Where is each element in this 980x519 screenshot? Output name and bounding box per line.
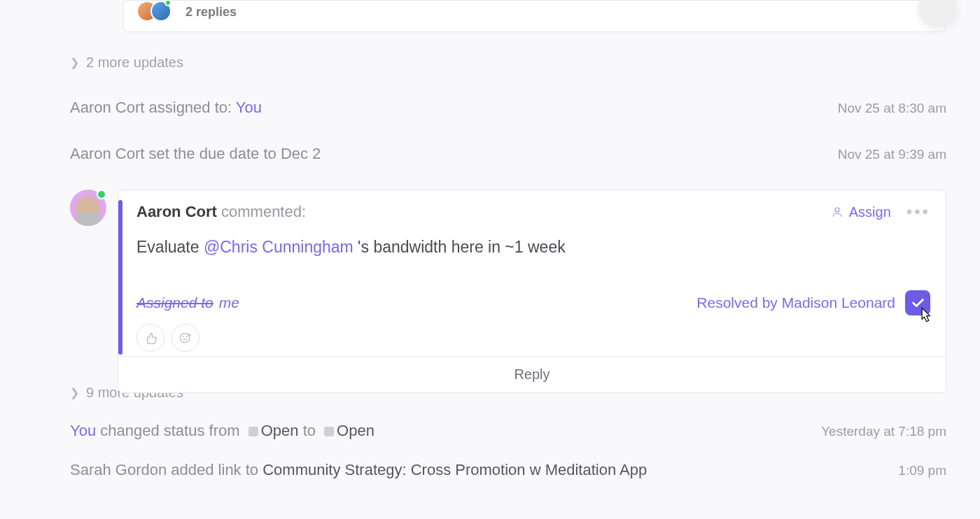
svg-point-0 — [835, 208, 839, 212]
add-reaction-button[interactable] — [172, 324, 200, 352]
status-to: Open — [337, 422, 374, 439]
activity-item-link-added: Sarah Gordon added link to Community Str… — [70, 461, 946, 479]
comment-header-suffix: commented: — [217, 203, 306, 220]
status-square-icon — [248, 427, 258, 436]
comment-block: Aaron Cort commented: Assign ••• Evaluat… — [70, 190, 946, 393]
activity-timestamp: Yesterday at 7:18 pm — [821, 424, 946, 439]
resolved-indicator: Resolved by Madison Leonard — [696, 290, 930, 315]
reply-button[interactable]: Reply — [118, 356, 946, 392]
user-mention[interactable]: @Chris Cunningham — [204, 238, 354, 256]
activity-actor: Aaron Cort — [70, 145, 144, 162]
person-icon — [831, 206, 844, 218]
thread-avatars — [136, 1, 176, 23]
replies-thread-stub[interactable]: 2 replies — [123, 0, 945, 32]
activity-verb: set the due date to — [144, 145, 280, 162]
activity-timestamp: Nov 25 at 8:30 am — [838, 101, 946, 116]
activity-text: Aaron Cort set the due date to Dec 2 — [70, 145, 321, 163]
expand-updates-button[interactable]: ❯ 2 more updates — [70, 55, 946, 71]
presence-dot-icon — [164, 0, 172, 6]
activity-target[interactable]: You — [236, 99, 262, 116]
reaction-row — [136, 324, 930, 356]
activity-item-assigned: Aaron Cort assigned to: You Nov 25 at 8:… — [70, 99, 946, 117]
comment-meta-row: Assigned to me Resolved by Madison Leona… — [136, 290, 930, 315]
status-from: Open — [261, 422, 299, 439]
reply-button-label: Reply — [514, 367, 550, 382]
comment-body-pre: Evaluate — [136, 238, 204, 256]
svg-point-3 — [186, 336, 187, 337]
thumbs-up-icon — [144, 331, 158, 345]
activity-item-due-date: Aaron Cort set the due date to Dec 2 Nov… — [70, 145, 946, 163]
comment-author-avatar[interactable] — [70, 190, 108, 226]
chevron-right-icon: ❯ — [70, 386, 79, 399]
status-square-icon — [324, 427, 334, 436]
activity-verb: added link to — [167, 461, 262, 478]
activity-value: Dec 2 — [281, 145, 321, 162]
expand-updates-label: 2 more updates — [86, 55, 183, 71]
chevron-right-icon: ❯ — [70, 56, 79, 69]
replies-count-label: 2 replies — [186, 5, 237, 20]
resolve-checkbox[interactable] — [905, 290, 930, 315]
like-button[interactable] — [136, 324, 164, 352]
presence-dot-icon — [97, 190, 106, 199]
activity-timestamp: Nov 25 at 9:39 am — [838, 147, 946, 162]
comment-author[interactable]: Aaron Cort — [136, 203, 217, 220]
activity-link-title[interactable]: Community Strategy: Cross Promotion w Me… — [262, 461, 647, 478]
cursor-pointer-icon — [916, 306, 934, 324]
more-options-button[interactable]: ••• — [906, 208, 930, 215]
smile-plus-icon — [178, 331, 192, 345]
activity-mid: to — [299, 422, 321, 439]
comment-header: Aaron Cort commented: Assign ••• — [136, 203, 930, 221]
comment-accent-bar — [118, 200, 122, 355]
activity-item-status-change: You changed status from Open to Open Yes… — [70, 422, 946, 440]
assign-button-label: Assign — [849, 204, 891, 220]
activity-text: You changed status from Open to Open — [70, 422, 374, 440]
activity-feed: 2 replies ❯ 2 more updates Aaron Cort as… — [0, 0, 980, 479]
assigned-to-indicator[interactable]: Assigned to me — [136, 294, 239, 311]
assign-button[interactable]: Assign — [831, 204, 891, 220]
activity-verb: changed status from — [96, 422, 244, 439]
svg-point-2 — [183, 336, 183, 337]
activity-timestamp: 1:09 pm — [898, 463, 946, 478]
activity-verb: assigned to: — [144, 99, 235, 116]
activity-actor: Sarah Gordon — [70, 461, 167, 478]
activity-actor: Aaron Cort — [70, 99, 144, 116]
activity-actor[interactable]: You — [70, 422, 96, 439]
svg-point-1 — [181, 333, 190, 342]
activity-text: Aaron Cort assigned to: You — [70, 99, 262, 117]
comment-card: Aaron Cort commented: Assign ••• Evaluat… — [118, 190, 946, 393]
assigned-to-me: me — [219, 294, 239, 311]
activity-text: Sarah Gordon added link to Community Str… — [70, 461, 647, 479]
comment-body-post: 's bandwidth here in ~1 week — [354, 238, 566, 256]
assigned-to-strike: Assigned to — [136, 294, 214, 311]
comment-body: Evaluate @Chris Cunningham 's bandwidth … — [136, 238, 930, 257]
resolved-by-label: Resolved by Madison Leonard — [696, 294, 895, 311]
